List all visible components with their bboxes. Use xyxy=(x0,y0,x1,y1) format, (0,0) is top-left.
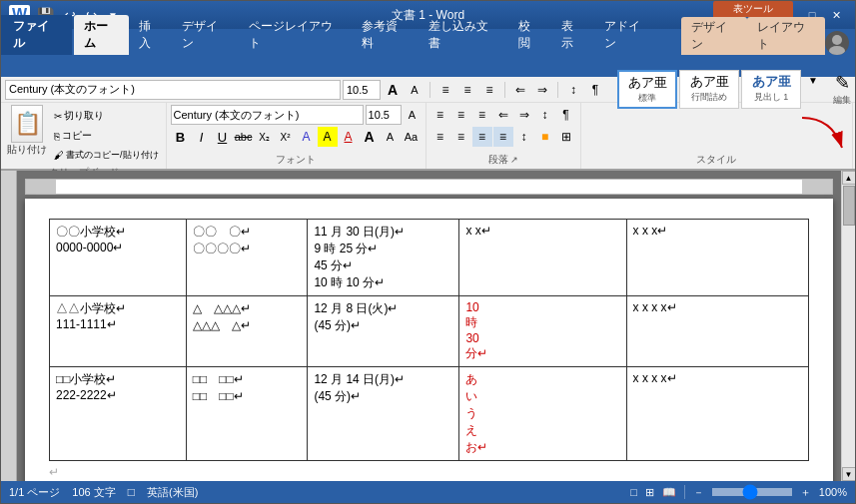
align-left-button[interactable]: ≡ xyxy=(430,127,450,147)
view-web-icon[interactable]: ⊞ xyxy=(645,486,654,499)
multilevel-btn2[interactable]: ≡ xyxy=(472,105,492,125)
document-table: 〇〇小学校↵0000-0000↵ 〇〇 〇↵〇〇〇〇↵ 11 月 30 日(月)… xyxy=(49,219,809,461)
table-cell[interactable]: □□ □□↵□□ □□↵ xyxy=(186,367,308,461)
table-cell[interactable]: 11 月 30 日(月)↵9 時 25 分↵45 分↵10 時 10 分↵ xyxy=(308,220,459,296)
bold-button[interactable]: B xyxy=(171,127,191,147)
sort-btn2[interactable]: ↕ xyxy=(535,105,555,125)
clear-format-button[interactable]: A xyxy=(404,106,422,124)
scroll-track[interactable] xyxy=(842,185,855,467)
table-cell[interactable]: あいうえお↵ xyxy=(459,367,626,461)
table-cell[interactable]: 〇〇 〇↵〇〇〇〇↵ xyxy=(186,220,308,296)
table-cell[interactable]: △△小学校↵111-1111↵ xyxy=(50,296,187,367)
table-cell[interactable]: △ △△△↵△△△ △↵ xyxy=(186,296,308,367)
highlight-button[interactable]: A xyxy=(318,127,338,147)
separator-line xyxy=(684,485,685,499)
increase-font-btn2[interactable]: A xyxy=(360,127,380,147)
align-center-button[interactable]: ≡ xyxy=(451,127,471,147)
shading-button[interactable]: ■ xyxy=(535,127,555,147)
line-spacing-button[interactable]: ↕ xyxy=(514,127,534,147)
paste-button[interactable]: 📋 貼り付け xyxy=(7,105,47,157)
table-cell[interactable]: □□小学校↵222-2222↵ xyxy=(50,367,187,461)
macro-indicator: □ xyxy=(128,485,135,499)
justify-button[interactable]: ≡ xyxy=(493,127,513,147)
sort-button[interactable]: ↕ xyxy=(563,80,583,100)
italic-button[interactable]: I xyxy=(192,127,212,147)
ribbon: A A ≡ ≡ ≡ ⇐ ⇒ ↕ ¶ あア亜 標準 あア亜 行間詰め xyxy=(1,77,855,171)
styles-label: スタイル xyxy=(585,153,848,167)
underline-button[interactable]: U xyxy=(213,127,233,147)
decrease-font-button[interactable]: A xyxy=(405,80,425,100)
horizontal-ruler xyxy=(25,179,833,195)
table-cell[interactable]: x x x x↵ xyxy=(626,367,808,461)
tab-design[interactable]: デザイン xyxy=(172,15,239,55)
svg-point-0 xyxy=(832,35,842,45)
tab-file[interactable]: ファイル xyxy=(1,15,72,55)
document-scroll-area[interactable]: 〇〇小学校↵0000-0000↵ 〇〇 〇↵〇〇〇〇↵ 11 月 30 日(月)… xyxy=(17,171,841,481)
subscript-button[interactable]: X₂ xyxy=(255,127,275,147)
document-page: 〇〇小学校↵0000-0000↵ 〇〇 〇↵〇〇〇〇↵ 11 月 30 日(月)… xyxy=(25,199,833,481)
view-print-icon[interactable]: □ xyxy=(630,486,637,498)
decrease-font-btn2[interactable]: A xyxy=(381,127,401,147)
view-read-icon[interactable]: 📖 xyxy=(662,486,676,499)
table-cell[interactable]: 12 月 8 日(火)↵(45 分)↵ xyxy=(308,296,459,367)
zoom-slider[interactable] xyxy=(712,488,792,496)
cut-button[interactable]: ✂ 切り取り xyxy=(51,107,162,125)
clipboard-group: 📋 貼り付け ✂ 切り取り ⎘ コピー 🖌 xyxy=(3,103,167,169)
user-avatar xyxy=(825,31,849,55)
scroll-up-button[interactable]: ▲ xyxy=(842,171,856,185)
table-cell[interactable]: 12 月 14 日(月)↵(45 分)↵ xyxy=(308,367,459,461)
table-cell[interactable]: 〇〇小学校↵0000-0000↵ xyxy=(50,220,187,296)
borders-button[interactable]: ⊞ xyxy=(556,127,576,147)
superscript-button[interactable]: X² xyxy=(276,127,296,147)
format-painter-button[interactable]: 🖌 書式のコピー/貼り付け xyxy=(51,147,162,164)
strikethrough-button[interactable]: abc xyxy=(234,127,254,147)
separator3 xyxy=(557,82,558,98)
table-cell[interactable]: x x↵ xyxy=(459,220,626,296)
marks-btn2[interactable]: ¶ xyxy=(556,105,576,125)
editing-group[interactable]: ✎ 編集 xyxy=(833,72,851,107)
show-marks-button[interactable]: ¶ xyxy=(585,80,605,100)
copy-button[interactable]: ⎘ コピー xyxy=(51,127,162,145)
increase-indent-button[interactable]: ⇒ xyxy=(532,80,552,100)
tab-addin[interactable]: アドイン xyxy=(594,15,661,55)
vertical-scrollbar[interactable]: ▲ ▼ xyxy=(841,171,855,481)
multilevel-list-button[interactable]: ≡ xyxy=(479,80,499,100)
change-case-button[interactable]: Aa xyxy=(402,127,422,147)
paragraph-dialog-button[interactable]: ↗ xyxy=(510,155,518,165)
separator2 xyxy=(504,82,505,98)
tab-table-layout[interactable]: レイアウト xyxy=(747,17,825,55)
table-row: △△小学校↵111-1111↵ △ △△△↵△△△ △↵ 12 月 8 日(火)… xyxy=(50,296,809,367)
zoom-in-icon[interactable]: ＋ xyxy=(800,485,811,500)
numbered-list-button[interactable]: ≡ xyxy=(457,80,477,100)
scroll-down-button[interactable]: ▼ xyxy=(842,467,856,481)
numbered-list-btn2[interactable]: ≡ xyxy=(451,105,471,125)
font-size-input[interactable] xyxy=(343,80,381,100)
tab-insert[interactable]: 挿入 xyxy=(129,15,172,55)
increase-font-button[interactable]: A xyxy=(383,80,403,100)
copy-icon: ⎘ xyxy=(54,131,60,142)
text-effects-button[interactable]: A xyxy=(297,127,317,147)
tab-home[interactable]: ホーム xyxy=(74,15,129,55)
scroll-thumb[interactable] xyxy=(843,186,855,226)
tab-view[interactable]: 表示 xyxy=(551,15,594,55)
decrease-indent-button[interactable]: ⇐ xyxy=(510,80,530,100)
table-cell[interactable]: x x x x↵ xyxy=(626,296,808,367)
bullet-list-btn2[interactable]: ≡ xyxy=(430,105,450,125)
font-size-field[interactable] xyxy=(366,105,402,125)
bullet-list-button[interactable]: ≡ xyxy=(435,80,455,100)
font-name-field[interactable] xyxy=(171,105,364,125)
tab-review[interactable]: 校閲 xyxy=(508,15,551,55)
font-name-input[interactable] xyxy=(5,80,341,100)
zoom-out-icon[interactable]: － xyxy=(693,485,704,500)
dec-indent-btn2[interactable]: ⇐ xyxy=(493,105,513,125)
styles-more-button[interactable]: ▼ xyxy=(803,70,823,90)
tab-table-design[interactable]: デザイン xyxy=(681,17,747,55)
font-color-button[interactable]: A xyxy=(339,127,359,147)
styles-group: スタイル xyxy=(581,103,853,169)
align-right-button[interactable]: ≡ xyxy=(472,127,492,147)
inc-indent-btn2[interactable]: ⇒ xyxy=(514,105,534,125)
table-cell[interactable]: 10時30分↵ xyxy=(459,296,626,367)
close-button[interactable]: ✕ xyxy=(825,5,847,25)
table-cell[interactable]: x x x↵ xyxy=(626,220,808,296)
tab-pagelayout[interactable]: ページレイアウト xyxy=(239,15,352,55)
